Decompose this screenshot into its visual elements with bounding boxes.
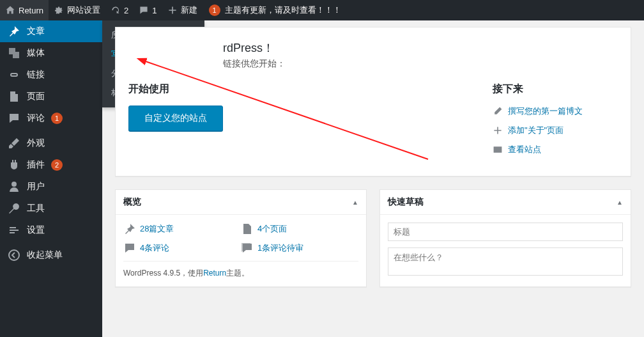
site-link[interactable]: Return bbox=[0, 0, 49, 20]
dashboard-row: 概览 ▲ 28篇文章 4个页面 4条评论 bbox=[115, 189, 631, 287]
glance-footer: WordPress 4.9.5，使用Return主题。 bbox=[123, 261, 358, 279]
glance-pages[interactable]: 4个页面 bbox=[241, 223, 358, 235]
sidebar-item-links[interactable]: 链接 bbox=[0, 64, 102, 86]
sidebar-settings-label: 设置 bbox=[27, 224, 45, 236]
plus-icon bbox=[493, 125, 503, 136]
brush-icon bbox=[8, 137, 20, 150]
welcome-panel: rdPress！ 链接供您开始： 开始使用 自定义您的站点 接下来 撰写您的第一… bbox=[115, 27, 631, 176]
sidebar-item-users[interactable]: 用户 bbox=[0, 176, 102, 198]
glance-comments[interactable]: 4条评论 bbox=[123, 242, 241, 255]
main-content: rdPress！ 链接供您开始： 开始使用 自定义您的站点 接下来 撰写您的第一… bbox=[102, 20, 644, 337]
site-name: Return bbox=[19, 6, 43, 15]
wrench-icon bbox=[8, 202, 20, 215]
user-icon bbox=[8, 180, 20, 193]
comments-badge: 1 bbox=[51, 113, 63, 124]
sidebar-pages-label: 页面 bbox=[27, 91, 45, 102]
sidebar-tools-label: 工具 bbox=[27, 203, 45, 214]
next-item-about[interactable]: 添加"关于"页面 bbox=[493, 125, 618, 136]
view-icon bbox=[493, 145, 503, 155]
plus-icon bbox=[167, 5, 178, 15]
sidebar-item-comments[interactable]: 评论 1 bbox=[0, 107, 102, 129]
comment-icon bbox=[241, 242, 254, 255]
next-about-link[interactable]: 添加"关于"页面 bbox=[508, 125, 564, 136]
sidebar-links-label: 链接 bbox=[27, 69, 45, 81]
page-icon bbox=[241, 223, 254, 235]
sidebar-plugins-label: 插件 bbox=[27, 159, 45, 171]
warn-text: 主题有更新，请及时查看！！！ bbox=[225, 4, 341, 16]
sidebar-collapse-label: 收起菜单 bbox=[27, 249, 63, 261]
refresh-icon bbox=[111, 5, 121, 15]
next-write-link[interactable]: 撰写您的第一篇博文 bbox=[508, 106, 583, 117]
start-heading: 开始使用 bbox=[128, 82, 346, 96]
site-settings-label: 网站设置 bbox=[67, 4, 100, 16]
glance-posts[interactable]: 28篇文章 bbox=[123, 223, 241, 235]
pin-icon bbox=[8, 25, 20, 38]
welcome-subtitle: 链接供您开始： bbox=[223, 58, 618, 70]
sidebar-media-label: 媒体 bbox=[27, 47, 45, 59]
sidebar-item-settings[interactable]: 设置 bbox=[0, 219, 102, 241]
quick-draft-box: 快速草稿 ▲ bbox=[379, 189, 631, 287]
sidebar-item-tools[interactable]: 工具 bbox=[0, 198, 102, 219]
glance-header: 概览 ▲ bbox=[116, 190, 366, 215]
glance-posts-link[interactable]: 28篇文章 bbox=[140, 223, 174, 235]
welcome-title: rdPress！ bbox=[223, 40, 618, 56]
plugins-badge: 2 bbox=[51, 159, 63, 171]
comments-link[interactable]: 1 bbox=[134, 0, 162, 20]
sidebar-item-media[interactable]: 媒体 bbox=[0, 42, 102, 64]
sidebar-appearance-label: 外观 bbox=[27, 137, 45, 149]
sliders-icon bbox=[8, 224, 20, 237]
edit-icon bbox=[493, 106, 503, 116]
collapse-icon bbox=[8, 249, 20, 262]
theme-link[interactable]: Return bbox=[203, 269, 226, 278]
glance-pages-link[interactable]: 4个页面 bbox=[257, 223, 287, 235]
sidebar-collapse[interactable]: 收起菜单 bbox=[0, 244, 102, 266]
glance-pending-link[interactable]: 1条评论待审 bbox=[257, 242, 303, 254]
sidebar-comments-label: 评论 bbox=[27, 113, 45, 124]
home-icon bbox=[5, 5, 15, 15]
next-item-write[interactable]: 撰写您的第一篇博文 bbox=[493, 106, 618, 117]
sidebar-item-appearance[interactable]: 外观 bbox=[0, 132, 102, 154]
gear-icon bbox=[54, 5, 64, 15]
next-item-view[interactable]: 查看站点 bbox=[493, 144, 618, 155]
site-settings-link[interactable]: 网站设置 bbox=[49, 0, 105, 20]
next-view-link[interactable]: 查看站点 bbox=[508, 144, 541, 155]
updates-count: 2 bbox=[124, 6, 128, 15]
updates-link[interactable]: 2 bbox=[105, 0, 134, 20]
glance-pending[interactable]: 1条评论待审 bbox=[241, 242, 358, 255]
at-a-glance-box: 概览 ▲ 28篇文章 4个页面 4条评论 bbox=[115, 189, 367, 287]
quickdraft-header: 快速草稿 ▲ bbox=[380, 190, 631, 215]
quickdraft-title: 快速草稿 bbox=[388, 196, 424, 208]
sidebar-item-posts[interactable]: 文章 bbox=[0, 20, 102, 42]
glance-comments-link[interactable]: 4条评论 bbox=[140, 242, 169, 254]
comment-icon bbox=[8, 112, 20, 125]
toggle-icon[interactable]: ▲ bbox=[617, 199, 623, 206]
warn-badge: 1 bbox=[209, 4, 220, 16]
page-icon bbox=[8, 90, 20, 103]
plug-icon bbox=[8, 159, 20, 171]
media-icon bbox=[8, 47, 20, 59]
svg-point-0 bbox=[9, 250, 19, 260]
toggle-icon[interactable]: ▲ bbox=[352, 199, 358, 206]
next-heading: 接下来 bbox=[493, 82, 618, 96]
admin-top-bar: Return 网站设置 2 1 新建 1 主题有更新，请及时查看！！！ bbox=[0, 0, 644, 20]
new-label: 新建 bbox=[181, 4, 197, 16]
admin-sidebar: 文章 媒体 链接 页面 评论 1 外观 插件 2 用户 工具 设置 收起 bbox=[0, 20, 102, 337]
customize-site-button[interactable]: 自定义您的站点 bbox=[128, 106, 223, 131]
sidebar-item-pages[interactable]: 页面 bbox=[0, 86, 102, 107]
draft-title-input[interactable] bbox=[388, 223, 623, 241]
sidebar-posts-label: 文章 bbox=[27, 26, 45, 37]
comment-icon bbox=[123, 242, 136, 255]
sidebar-item-plugins[interactable]: 插件 2 bbox=[0, 154, 102, 176]
theme-update-notice[interactable]: 1 主题有更新，请及时查看！！！ bbox=[203, 0, 346, 20]
new-content-link[interactable]: 新建 bbox=[162, 0, 203, 20]
glance-title: 概览 bbox=[123, 196, 141, 208]
sidebar-users-label: 用户 bbox=[27, 181, 45, 192]
draft-content-textarea[interactable] bbox=[388, 247, 623, 276]
link-icon bbox=[8, 68, 20, 81]
comment-icon bbox=[139, 5, 149, 15]
comments-count: 1 bbox=[152, 6, 157, 15]
pin-icon bbox=[123, 223, 136, 235]
